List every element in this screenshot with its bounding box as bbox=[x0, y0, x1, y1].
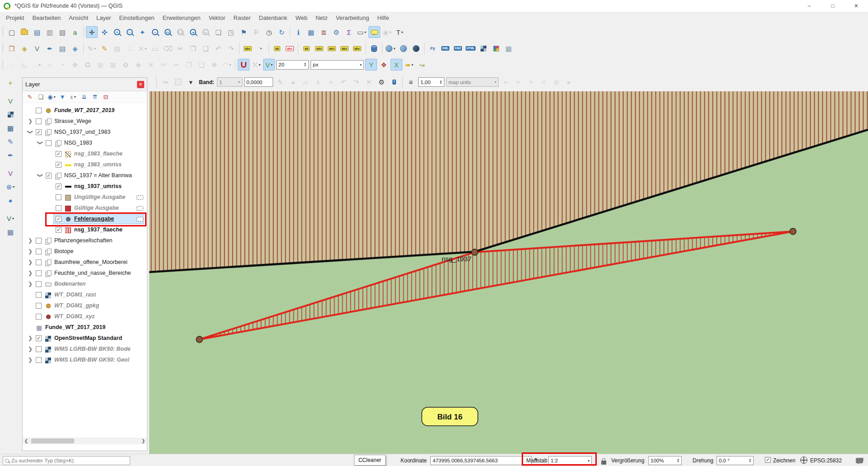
layer-tree-row[interactable]: Funde_WT_2017_2019 bbox=[23, 105, 147, 116]
merge-attributes-icon[interactable]: ❑ bbox=[196, 59, 208, 71]
select-polygon-icon[interactable]: ⌖ bbox=[525, 76, 537, 88]
layer-checkbox[interactable] bbox=[36, 292, 42, 298]
html-export-icon[interactable]: HTML bbox=[465, 42, 476, 54]
mesh-digitize-icon[interactable]: ✎ bbox=[274, 76, 286, 88]
mesh-dropper-icon[interactable]: ✑ bbox=[160, 76, 171, 88]
coordinate-input[interactable] bbox=[430, 456, 532, 465]
mesh-paint-icon[interactable]: ◕ bbox=[287, 76, 299, 88]
layer-checkbox[interactable]: ✓ bbox=[46, 173, 52, 179]
layer-visibility-icon[interactable]: ◉▾ bbox=[47, 92, 57, 102]
bookmark-icon[interactable]: ⚑ bbox=[238, 26, 250, 38]
cut-features-icon[interactable]: ✂ bbox=[175, 42, 186, 54]
collapse-arrow-icon[interactable]: ❯ bbox=[37, 173, 43, 178]
layer-checkbox[interactable] bbox=[56, 205, 61, 211]
delete-part-icon[interactable]: ✿ bbox=[120, 59, 132, 71]
digitize-curve-icon[interactable]: ↝ bbox=[416, 59, 428, 71]
layer-checkbox[interactable] bbox=[36, 259, 42, 265]
layer-checkbox[interactable] bbox=[36, 357, 42, 363]
band-select[interactable]: 1▾ bbox=[217, 77, 242, 87]
layer-tree-row[interactable]: ❯Bodenarten bbox=[23, 279, 147, 290]
rotate-label-icon[interactable]: abc bbox=[339, 42, 350, 54]
copy-features-icon[interactable]: ❐ bbox=[187, 42, 199, 54]
expand-arrow-icon[interactable]: ❯ bbox=[28, 237, 33, 244]
attribute-grid-icon[interactable]: ▦ bbox=[503, 42, 514, 54]
map-canvas[interactable]: nsg_1937 Bild 16 bbox=[149, 91, 868, 454]
locator-input[interactable] bbox=[11, 458, 128, 463]
scrollbar-thumb[interactable] bbox=[31, 438, 74, 443]
menu-item-netz[interactable]: Netz bbox=[311, 13, 332, 23]
change-label-icon[interactable]: abc bbox=[351, 42, 363, 54]
offset-point-symbols-icon[interactable]: ◠▾ bbox=[221, 59, 233, 71]
new-memory-layer-icon[interactable]: ▤ bbox=[57, 42, 68, 54]
maximize-button[interactable]: □ bbox=[821, 0, 844, 12]
coordinate-capture-icon[interactable]: ⌖ bbox=[5, 77, 16, 89]
style-manager-icon[interactable]: a bbox=[69, 26, 81, 38]
layer-tree-row[interactable]: ❯WMS LGRB-BW BK50: Bode bbox=[23, 344, 147, 355]
mesh-redo-icon[interactable]: ↷ bbox=[350, 76, 362, 88]
data-source-manager-icon[interactable]: ❒ bbox=[6, 42, 18, 54]
delete-ring-icon[interactable]: ⊠ bbox=[107, 59, 119, 71]
layer-checkbox[interactable] bbox=[56, 194, 61, 200]
filter-legend-icon[interactable]: ▼ bbox=[57, 92, 67, 102]
filter-expression-icon[interactable]: ε▾ bbox=[68, 92, 78, 102]
reshape-features-icon[interactable]: ✕ bbox=[145, 59, 157, 71]
show-hide-labels-icon[interactable]: abc bbox=[313, 42, 325, 54]
expand-arrow-icon[interactable]: ❯ bbox=[28, 357, 33, 363]
python-console-icon[interactable]: Py bbox=[427, 42, 439, 54]
georeferencer-icon[interactable]: ✎ bbox=[5, 136, 16, 147]
expand-arrow-icon[interactable]: ❯ bbox=[28, 281, 33, 287]
current-edits-icon[interactable]: ✎▾ bbox=[86, 42, 98, 54]
layer-tree-row[interactable]: ✓nsg_1937_flaeche bbox=[23, 225, 147, 235]
close-panel-icon[interactable]: ✕ bbox=[137, 81, 144, 88]
layer-tree-row[interactable]: ❯Baumfreie_offene_Moorberei bbox=[23, 257, 147, 268]
scroll-left-icon[interactable]: ❮ bbox=[23, 438, 29, 443]
annotation-icon[interactable]: ◉▾ bbox=[381, 26, 393, 38]
menu-item-projekt[interactable]: Projekt bbox=[2, 13, 28, 23]
identify-features-icon[interactable]: ℹ bbox=[292, 26, 304, 38]
layers-panel-titlebar[interactable]: Layer ✕ bbox=[23, 78, 147, 91]
zoom-to-selection-icon[interactable]: ▪ bbox=[149, 26, 161, 38]
zoom-next-icon[interactable]: ▸ bbox=[200, 26, 212, 38]
plugin-builder-icon[interactable] bbox=[477, 42, 489, 54]
menu-item-erweiterungen[interactable]: Erweiterungen bbox=[159, 13, 205, 23]
scale-select[interactable]: 1:2 ▾ bbox=[548, 456, 592, 465]
new-project-icon[interactable]: ▢ bbox=[6, 26, 18, 38]
measure-icon[interactable]: ▭▾ bbox=[356, 26, 368, 38]
menu-item-ansicht[interactable]: Ansicht bbox=[65, 13, 92, 23]
offset-curve-gray-icon[interactable]: ❀ bbox=[132, 59, 144, 71]
mesh-expression-icon[interactable]: ε bbox=[312, 76, 324, 88]
mesh-fix-icon[interactable]: ✕ bbox=[363, 76, 375, 88]
layout-manager-icon[interactable]: ▥ bbox=[44, 26, 56, 38]
layer-tree-row[interactable]: ✓Fehlerausgabe bbox=[23, 214, 147, 225]
locator-search[interactable] bbox=[3, 456, 130, 465]
pin-labels-icon[interactable]: ab bbox=[271, 42, 283, 54]
vector-select-icon[interactable]: V▾ bbox=[5, 212, 16, 224]
layer-checkbox[interactable] bbox=[36, 238, 42, 244]
horizontal-scrollbar[interactable]: ❮ ❯ bbox=[23, 438, 146, 444]
add-record-icon[interactable]: ∴ bbox=[124, 42, 136, 54]
layer-tree-row[interactable]: ✓nsg_1937_umriss bbox=[23, 181, 147, 192]
vector-digitize-icon[interactable]: V bbox=[5, 95, 16, 107]
snapping-type-icon[interactable]: ⁙▾ bbox=[250, 59, 262, 71]
layer-checkbox[interactable]: ✓ bbox=[56, 216, 61, 222]
move-label-icon[interactable]: abc bbox=[326, 42, 338, 54]
menu-item-hilfe[interactable]: Hilfe bbox=[373, 13, 393, 23]
mesh-undo-icon[interactable]: ↶ bbox=[338, 76, 349, 88]
expand-arrow-icon[interactable]: ❯ bbox=[28, 118, 33, 124]
tracing-icon[interactable]: ➠▾ bbox=[403, 59, 415, 71]
cad-input-icon[interactable]: ◌ bbox=[6, 59, 18, 71]
menu-item-einstellungen[interactable]: Einstellungen bbox=[115, 13, 159, 23]
new-3d-map-icon[interactable]: ◳ bbox=[225, 26, 237, 38]
expand-arrow-icon[interactable]: ❯ bbox=[28, 259, 33, 265]
kml-export-icon[interactable]: KML bbox=[439, 42, 451, 54]
layer-checkbox[interactable]: ✓ bbox=[56, 184, 61, 189]
project-properties-icon[interactable]: ▧ bbox=[57, 26, 68, 38]
stroke-units-select[interactable]: map units▾ bbox=[446, 77, 499, 87]
swatch-dropdown-icon[interactable]: ▾ bbox=[185, 76, 197, 88]
help-panel-icon[interactable]: ? bbox=[388, 76, 400, 88]
toolbar-handle[interactable] bbox=[1, 27, 4, 38]
layer-checkbox[interactable] bbox=[36, 249, 42, 254]
zoom-last-icon[interactable]: ◂ bbox=[187, 26, 199, 38]
toolbar-handle[interactable] bbox=[1, 43, 4, 54]
select-features-icon[interactable]: ➢ bbox=[500, 76, 512, 88]
